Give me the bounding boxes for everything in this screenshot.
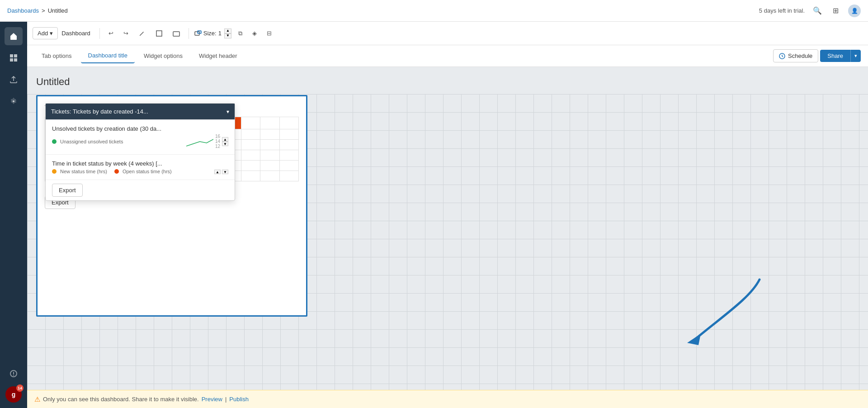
- mini-chart: [186, 135, 213, 148]
- size-control: Size: 1 ▲ ▼: [194, 28, 231, 38]
- dropdown-item-2-meta: New status time (hrs) Open status time (…: [52, 169, 228, 174]
- cell-empty: [260, 150, 279, 161]
- tab-options[interactable]: Tab options: [34, 49, 79, 63]
- brush-button[interactable]: [135, 28, 149, 39]
- crop-button[interactable]: [152, 28, 166, 39]
- legend-label-unassigned: Unassigned unsolved tickets: [60, 139, 123, 144]
- dropdown-item-1-meta: Unassigned unsolved tickets 16 14 12: [52, 134, 228, 149]
- cell-empty: [260, 171, 279, 181]
- breadcrumb-dashboards[interactable]: Dashboards: [7, 7, 39, 14]
- arrow-svg: [678, 270, 778, 352]
- svg-rect-2: [10, 58, 13, 62]
- copy-button[interactable]: ⧉: [235, 28, 245, 39]
- cell-empty: [279, 171, 298, 181]
- svg-rect-4: [156, 31, 162, 36]
- dashboard-label: Dashboard: [61, 30, 90, 37]
- dropdown-footer: Export: [46, 180, 235, 200]
- share-button-group: Share ▾: [820, 50, 861, 62]
- publish-link[interactable]: Publish: [229, 396, 249, 403]
- tab-widget-header[interactable]: Widget header: [192, 49, 245, 63]
- scroll-up-button-2[interactable]: ▲: [214, 170, 221, 174]
- user-avatar-sidebar[interactable]: g 14: [5, 386, 22, 403]
- dropdown-item-1[interactable]: Unsolved tickets by creation date (30 da…: [46, 120, 235, 155]
- cell-empty: [279, 129, 298, 140]
- legend-dot-orange: [114, 169, 119, 174]
- search-icon[interactable]: 🔍: [812, 5, 823, 16]
- size-value: 1: [218, 30, 222, 37]
- sidebar-bottom: g 14: [5, 365, 23, 403]
- undo-button[interactable]: ↩: [105, 28, 117, 39]
- svg-rect-1: [14, 54, 17, 57]
- cell-empty: [260, 161, 279, 171]
- drop-button[interactable]: ◈: [249, 28, 260, 39]
- cell-empty: [241, 129, 260, 140]
- tab-bar: Tab options Dashboard title Widget optio…: [27, 45, 868, 67]
- avatar[interactable]: 👤: [848, 5, 861, 17]
- toolbar-divider-2: [189, 28, 189, 39]
- status-bar: ⚠ Only you can see this dashboard. Share…: [27, 390, 868, 408]
- size-down-button[interactable]: ▼: [224, 33, 231, 38]
- dropdown-header[interactable]: Tickets: Tickets by date created -14... …: [46, 104, 235, 120]
- tab-widget-options[interactable]: Widget options: [137, 49, 190, 63]
- dropdown-overlay[interactable]: Tickets: Tickets by date created -14... …: [45, 103, 235, 201]
- breadcrumb-separator: >: [42, 7, 45, 14]
- sidebar-icon-upload[interactable]: [5, 71, 23, 89]
- scroll-down-button-2[interactable]: ▼: [222, 170, 228, 174]
- arrow-annotation: [678, 270, 778, 354]
- top-nav-right: 5 days left in trial. 🔍 ⊞ 👤: [759, 5, 861, 17]
- frame-button[interactable]: [170, 28, 183, 39]
- fit-button[interactable]: ⊟: [264, 28, 275, 39]
- grid-icon[interactable]: ⊞: [830, 5, 841, 16]
- breadcrumb: Dashboards > Untitled: [7, 7, 68, 14]
- preview-link[interactable]: Preview: [202, 396, 222, 403]
- dashboard-area: Untitled Ticket status vs channel Open P…: [27, 67, 868, 390]
- cell-empty: [241, 150, 260, 161]
- legend-label-open-status: Open status time (hrs): [123, 169, 172, 174]
- col-header-empty3: [279, 117, 298, 129]
- top-nav: Dashboards > Untitled 5 days left in tri…: [0, 0, 868, 22]
- cell-empty: [279, 150, 298, 161]
- notification-badge: 14: [16, 384, 24, 392]
- trial-text: 5 days left in trial.: [759, 7, 805, 14]
- user-initial: g: [12, 391, 16, 398]
- breadcrumb-current: Untitled: [48, 7, 68, 14]
- left-sidebar: g 14: [0, 22, 27, 408]
- add-button[interactable]: Add ▾: [33, 27, 58, 39]
- chart-num-14: 14: [215, 139, 220, 144]
- share-button[interactable]: Share: [820, 50, 850, 62]
- schedule-button[interactable]: Schedule: [773, 49, 818, 62]
- size-label: Size:: [203, 30, 217, 37]
- scroll-up-button[interactable]: ▲: [222, 137, 228, 142]
- svg-marker-9: [687, 334, 701, 345]
- share-dropdown-button[interactable]: ▾: [850, 50, 861, 62]
- dropdown-item-2[interactable]: Time in ticket status by week (4 weeks) …: [46, 155, 235, 180]
- cell-empty: [241, 140, 260, 150]
- cell-empty: [241, 161, 260, 171]
- sidebar-icon-home[interactable]: [5, 27, 23, 45]
- cell-empty: [260, 129, 279, 140]
- sidebar-icon-settings[interactable]: [5, 92, 23, 110]
- dropdown-export-button[interactable]: Export: [52, 184, 83, 197]
- tab-dashboard-title[interactable]: Dashboard title: [81, 48, 135, 63]
- chart-num-16: 16: [215, 134, 220, 139]
- scroll-down-button[interactable]: ▼: [222, 142, 228, 146]
- size-spinner: ▲ ▼: [224, 28, 231, 38]
- main-content: g 14 Add ▾ Dashboard ↩ ↪: [0, 22, 868, 408]
- dashboard-title: Untitled: [36, 76, 859, 88]
- chart-num-12: 12: [215, 144, 220, 149]
- sidebar-icon-dashboard[interactable]: [5, 49, 23, 67]
- cell-empty: [260, 140, 279, 150]
- toolbar-divider-1: [99, 28, 100, 39]
- svg-rect-7: [198, 31, 201, 33]
- dropdown-item-1-title: Unsolved tickets by creation date (30 da…: [52, 125, 228, 132]
- cell-empty: [279, 161, 298, 171]
- legend-dot-green: [52, 139, 57, 144]
- size-up-button[interactable]: ▲: [224, 28, 231, 33]
- add-dropdown-icon: ▾: [50, 30, 53, 37]
- status-text: Only you can see this dashboard. Share i…: [43, 396, 199, 403]
- legend-label-new-status: New status time (hrs): [60, 169, 107, 174]
- sidebar-icon-support[interactable]: [5, 365, 23, 383]
- cell-empty: [241, 171, 260, 181]
- redo-button[interactable]: ↪: [120, 28, 132, 39]
- svg-rect-0: [10, 54, 13, 57]
